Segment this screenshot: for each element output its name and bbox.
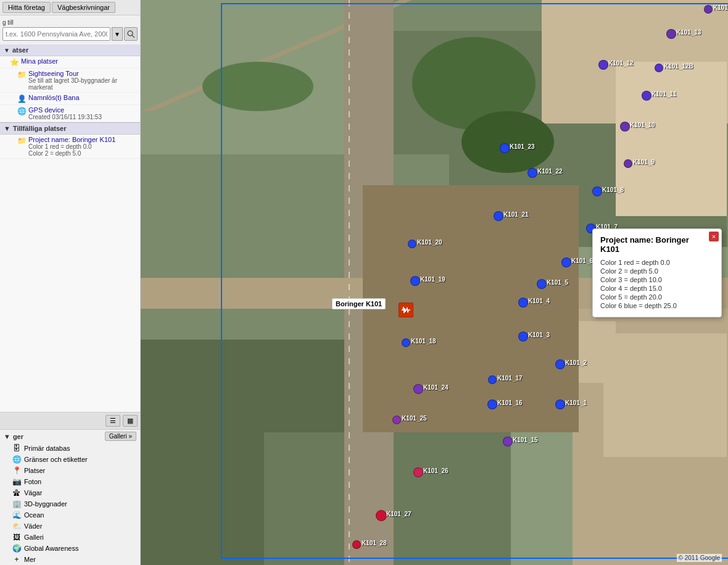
marker-K101_8[interactable]	[592, 186, 602, 196]
layer-item-ocean[interactable]: 🌊Ocean	[0, 509, 140, 521]
layer-icon: 🌊	[12, 511, 21, 519]
marker-label-K101_19: K101_19	[420, 276, 445, 283]
temp-places-header[interactable]: ▼ Tillfälliga platser	[0, 122, 140, 135]
search-dropdown[interactable]: ▼	[112, 27, 123, 41]
layer-item-väder[interactable]: ⛅Väder	[0, 521, 140, 532]
marker-label-K101_6: K101_6	[571, 257, 593, 264]
tab-directions[interactable]: Vägbeskrivningar	[52, 2, 115, 13]
marker-label-K101_12: K101_12	[608, 60, 634, 67]
marker-K101_11[interactable]	[642, 91, 651, 101]
bottom-controls: ☰ ▦	[0, 412, 140, 429]
temp-places-arrow: ▼	[4, 125, 10, 132]
marker-K101_25[interactable]	[392, 416, 401, 424]
thumbnail-view-button[interactable]: ▦	[123, 415, 138, 427]
layer-item-gränser-och-etiketter[interactable]: 🌐Gränser och etiketter	[0, 454, 140, 465]
popup-line-2: Color 3 = depth 10.0	[600, 276, 714, 283]
layer-item-foton[interactable]: 📷Foton	[0, 476, 140, 487]
marker-K101_10[interactable]	[620, 122, 630, 132]
marker-K101_20[interactable]	[408, 240, 416, 248]
layer-label: 3D-byggnader	[24, 500, 67, 508]
marker-K101_28[interactable]	[352, 540, 361, 549]
layer-item-global-awareness[interactable]: 🌍Global Awareness	[0, 543, 140, 554]
marker-label-K101_13: K101_13	[676, 29, 701, 36]
marker-K101_15[interactable]	[503, 437, 513, 446]
popup-close-button[interactable]: ×	[709, 232, 719, 241]
unnamed-label: Namnlös(t) Bana	[28, 94, 136, 101]
marker-K101_17[interactable]	[488, 375, 497, 384]
marker-K101_16[interactable]	[487, 400, 497, 409]
gallery-button[interactable]: Galleri »	[105, 432, 136, 441]
layer-item-3d-byggnader[interactable]: 🏢3D-byggnader	[0, 498, 140, 509]
marker-label-K101_26: K101_26	[423, 467, 449, 474]
popup-lines: Color 1 red = depth 0.0Color 2 = depth 5…	[600, 259, 714, 309]
marker-K101_24[interactable]	[413, 384, 423, 394]
places-header[interactable]: ▼ atser	[0, 44, 140, 56]
places-section: ▼ atser ⭐ Mina platser 📁 Sightseeing Tou…	[0, 44, 140, 412]
marker-label-K101_12B: K101_12B	[664, 63, 693, 70]
search-button[interactable]	[124, 27, 138, 41]
layers-label: ger	[13, 433, 23, 440]
layers-arrow: ▼	[4, 433, 10, 440]
list-view-button[interactable]: ☰	[105, 415, 120, 427]
layer-icon: 🌍	[12, 544, 21, 553]
search-input[interactable]	[2, 27, 110, 41]
marker-K101_21[interactable]	[494, 211, 503, 221]
marker-K101_1[interactable]	[555, 400, 565, 409]
layers-header[interactable]: ▼ ger Galleri »	[0, 430, 140, 443]
popup-title: Project name: Boringer K101	[600, 235, 714, 254]
marker-K101_6[interactable]	[561, 257, 571, 267]
layer-item-vägar[interactable]: 🛣Vägar	[0, 487, 140, 498]
layer-icon: 🌐	[12, 455, 21, 464]
marker-label-K101_15: K101_15	[513, 437, 538, 443]
star-icon: ⭐	[10, 58, 19, 67]
layer-icon: 📷	[12, 477, 21, 486]
sightseeing-item[interactable]: 📁 Sightseeing Tour Se till att lagret 3D…	[0, 69, 140, 93]
search-label: g till	[2, 19, 138, 26]
marker-K101_14[interactable]	[704, 5, 713, 14]
marker-K101_9[interactable]	[624, 159, 632, 168]
layer-item-galleri[interactable]: 🖼Galleri	[0, 532, 140, 543]
marker-K101_5[interactable]	[537, 279, 547, 289]
marker-K101_27[interactable]	[376, 510, 387, 521]
gps-created: Created 03/16/11 19:31:53	[28, 114, 136, 120]
layers-section: ▼ ger Galleri » 🗄Primär databas🌐Gränser …	[0, 429, 140, 565]
marker-K101_18[interactable]	[402, 338, 410, 347]
marker-K101_26[interactable]	[413, 467, 423, 477]
layer-item-mer[interactable]: +Mer	[0, 554, 140, 565]
marker-K101_12[interactable]	[598, 60, 608, 70]
seismograph-svg	[400, 304, 412, 316]
places-arrow: ▼	[4, 47, 10, 54]
project-color1: Color 1 red = depth 0.0	[28, 143, 136, 150]
map-area[interactable]: Boringer K101 × Project name: Boringer K…	[141, 0, 728, 565]
project-title: Project name: Boringer K101	[28, 136, 136, 143]
project-folder-icon: 📁	[17, 136, 26, 145]
places-header-label: atser	[12, 46, 28, 54]
marker-label-K101_25: K101_25	[402, 415, 427, 422]
marker-K101_4[interactable]	[518, 298, 528, 308]
marker-K101_3[interactable]	[518, 332, 528, 341]
layer-icon: 🏢	[12, 500, 21, 508]
gps-item[interactable]: 🌐 GPS device Created 03/16/11 19:31:53	[0, 105, 140, 122]
marker-K101_12B[interactable]	[655, 64, 663, 72]
my-places-item[interactable]: ⭐ Mina platser	[0, 56, 140, 69]
marker-K101_23[interactable]	[500, 143, 510, 153]
marker-label-K101_17: K101_17	[497, 375, 523, 382]
marker-K101_13[interactable]	[666, 29, 676, 39]
layers-list: 🗄Primär databas🌐Gränser och etiketter📍Pl…	[0, 443, 140, 565]
marker-K101_19[interactable]	[410, 276, 420, 286]
marker-label-K101_24: K101_24	[423, 384, 449, 391]
layer-label: Ocean	[24, 511, 44, 519]
layer-icon: 🛣	[12, 488, 21, 497]
layer-item-primär-databas[interactable]: 🗄Primär databas	[0, 443, 140, 454]
layer-label: Global Awareness	[24, 545, 78, 552]
layer-icon: +	[12, 555, 21, 564]
project-item[interactable]: 📁 Project name: Boringer K101 Color 1 re…	[0, 135, 140, 159]
marker-label-K101_18: K101_18	[411, 338, 436, 345]
layer-item-platser[interactable]: 📍Platser	[0, 465, 140, 476]
marker-label-K101_14: K101_14	[713, 4, 728, 11]
unnamed-item[interactable]: 👤 Namnlös(t) Bana	[0, 93, 140, 105]
marker-K101_2[interactable]	[555, 359, 565, 369]
marker-K101_22[interactable]	[527, 168, 537, 178]
tab-find[interactable]: Hitta företag	[2, 2, 51, 13]
sightseeing-subtitle: Se till att lagret 3D-byggnader är marke…	[28, 77, 136, 91]
